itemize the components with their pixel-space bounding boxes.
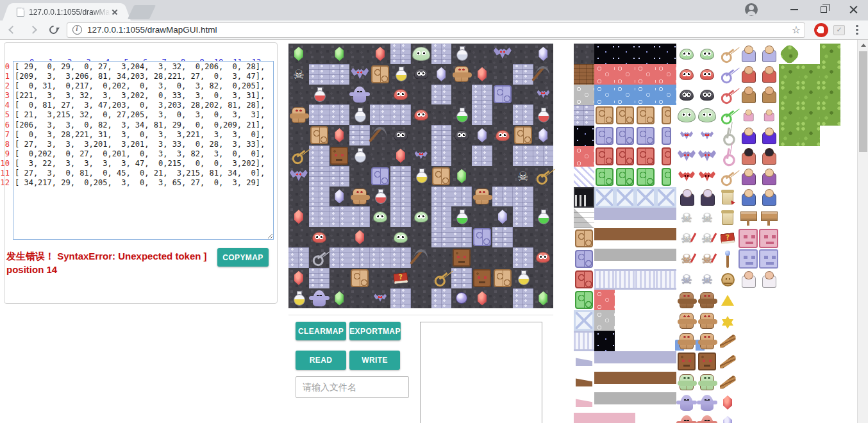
tileset-tile-blank[interactable] xyxy=(820,392,840,413)
tileset-tile-doorP[interactable] xyxy=(635,126,656,146)
refresh-button[interactable] xyxy=(45,22,62,38)
map-tile-dark-floor[interactable] xyxy=(411,227,431,247)
tileset-tile-golemC[interactable] xyxy=(676,310,697,331)
tileset-tile-gemRs[interactable] xyxy=(717,392,738,413)
tileset-tile-doorT[interactable] xyxy=(574,228,594,249)
map-tile-tan-door[interactable] xyxy=(309,125,330,145)
map-tile-dark-floor[interactable] xyxy=(370,227,390,247)
map-tile-red-slime[interactable] xyxy=(492,125,513,145)
map-tile-brick-wall[interactable] xyxy=(330,247,350,268)
tileset-tile-ledgeP[interactable] xyxy=(594,413,615,423)
write-button[interactable]: WRITE xyxy=(349,351,400,370)
tileset-tile-faceT[interactable] xyxy=(676,351,697,372)
tileset-tile-ledgeD[interactable] xyxy=(635,228,656,249)
tileset-tile-skelA[interactable] xyxy=(676,269,697,290)
map-tile-red-gem[interactable] xyxy=(288,206,309,227)
tileset-tile-princess[interactable] xyxy=(738,269,758,290)
map-tile-brick-wall[interactable] xyxy=(390,288,411,309)
tileset-tile-blank[interactable] xyxy=(779,413,799,423)
tileset-tile-ledgeB[interactable] xyxy=(656,208,676,228)
tileset-tile-blank[interactable] xyxy=(799,392,820,413)
map-tile-brick-wall[interactable] xyxy=(431,187,452,207)
tileset-tile-ledgeB[interactable] xyxy=(615,208,635,228)
tileset-tile-fairy[interactable] xyxy=(738,105,758,126)
map-tile-brick-wall[interactable] xyxy=(390,44,411,64)
map-tile-dark-floor[interactable] xyxy=(288,187,309,207)
bookmark-star-icon[interactable]: ☆ xyxy=(792,25,801,35)
map-tile-brick-wall[interactable] xyxy=(513,104,533,125)
tileset-tile-blank[interactable] xyxy=(758,413,779,423)
map-tile-green-gem[interactable] xyxy=(330,288,350,309)
tileset-tile-faceT[interactable] xyxy=(697,351,717,372)
tileset-tile-red[interactable] xyxy=(635,64,656,85)
map-tile-red-slime[interactable] xyxy=(533,247,554,268)
browser-tab[interactable]: 127.0.0.1:1055/drawMa xyxy=(10,3,123,21)
tileset-tile-blank[interactable] xyxy=(799,146,820,167)
scrollbar-up-icon[interactable] xyxy=(858,40,868,51)
map-tile-golem[interactable] xyxy=(451,64,472,85)
map-tile-ghost[interactable] xyxy=(349,85,370,105)
tileset-tile-blank[interactable] xyxy=(799,167,820,187)
map-tile-dark-floor[interactable] xyxy=(288,125,309,145)
copymap-button[interactable]: COPYMAP xyxy=(217,248,269,267)
tileset-tile-blank[interactable] xyxy=(820,146,840,167)
tileset-tile-blank[interactable] xyxy=(820,372,840,392)
map-tile-dark-floor[interactable] xyxy=(492,247,513,268)
tileset-tile-blank[interactable] xyxy=(779,187,799,208)
map-tile-green-potion[interactable] xyxy=(533,206,554,227)
map-tile-dark-floor[interactable] xyxy=(288,227,309,247)
tileset-tile-blank[interactable] xyxy=(799,310,820,331)
tileset-tile-blank[interactable] xyxy=(820,310,840,331)
map-tile-brick-wall[interactable] xyxy=(309,206,330,227)
tileset-tile-reaper[interactable] xyxy=(738,146,758,167)
map-tile-brick-wall[interactable] xyxy=(431,145,452,166)
map-tile-dark-floor[interactable] xyxy=(411,125,431,145)
map-tile-dark-floor[interactable] xyxy=(431,104,452,125)
map-tile-stone-face[interactable] xyxy=(451,247,472,268)
tileset-tile-tree[interactable] xyxy=(820,105,840,126)
tileset-tile-tree[interactable] xyxy=(779,126,799,146)
map-tile-brick-wall[interactable] xyxy=(390,247,411,268)
tileset-tile-tree[interactable] xyxy=(820,64,840,85)
map-tile-brick-wall[interactable] xyxy=(288,247,309,268)
tileset-tile-blank[interactable] xyxy=(779,290,799,310)
tileset-tile-blank[interactable] xyxy=(799,351,820,372)
map-tile-brick-wall[interactable] xyxy=(513,206,533,227)
map-tile-dark-floor[interactable] xyxy=(330,227,350,247)
map-tile-dark-floor[interactable] xyxy=(309,44,330,64)
map-tile-green-gem[interactable] xyxy=(451,166,472,187)
tileset-tile-blank[interactable] xyxy=(656,290,676,310)
map-tile-dark-floor[interactable] xyxy=(349,44,370,64)
tileset-tile-blank[interactable] xyxy=(779,249,799,269)
map-tile-dark-floor[interactable] xyxy=(451,85,472,105)
map-tile-purple-door[interactable] xyxy=(370,166,390,187)
map-tile-red-slime[interactable] xyxy=(309,227,330,247)
map-tile-red-book[interactable] xyxy=(390,268,411,288)
tileset-tile-ledgeG[interactable] xyxy=(615,249,635,269)
map-tile-purple-gem[interactable] xyxy=(330,187,350,207)
map-tile-stone-face[interactable] xyxy=(330,145,350,166)
tileset-tile-blank[interactable] xyxy=(738,392,758,413)
map-tile-dark-floor[interactable] xyxy=(513,85,533,105)
map-tile-gold-key[interactable] xyxy=(288,145,309,166)
tileset-tile-blank[interactable] xyxy=(656,413,676,423)
tileset-tile-red[interactable] xyxy=(574,146,594,167)
tileset-tile-ghostP[interactable] xyxy=(697,392,717,413)
map-tile-yellow-potion[interactable] xyxy=(288,288,309,309)
tileset-tile-ledgeD[interactable] xyxy=(615,372,635,392)
map-tile-tan-door[interactable] xyxy=(492,268,513,288)
tileset-tile-tree[interactable] xyxy=(799,85,820,105)
tileset-tile-blank[interactable] xyxy=(799,187,820,208)
map-tile-brick-wall[interactable] xyxy=(309,268,330,288)
map-tile-purple-gem[interactable] xyxy=(533,125,554,145)
tileset-tile-golemSh[interactable] xyxy=(676,331,697,351)
tileset-tile-reaper[interactable] xyxy=(758,146,779,167)
tileset-tile-colmn[interactable] xyxy=(615,269,635,290)
tileset-tile-ice[interactable] xyxy=(594,187,615,208)
tileset-tile-blank[interactable] xyxy=(758,310,779,331)
map-tile-dark-floor[interactable] xyxy=(349,288,370,309)
map-tile-brick-wall[interactable] xyxy=(330,166,350,187)
map-tile-brick-wall[interactable] xyxy=(431,206,452,227)
tileset-tile-batR[interactable] xyxy=(676,167,697,187)
tileset-tile-blank[interactable] xyxy=(779,208,799,228)
